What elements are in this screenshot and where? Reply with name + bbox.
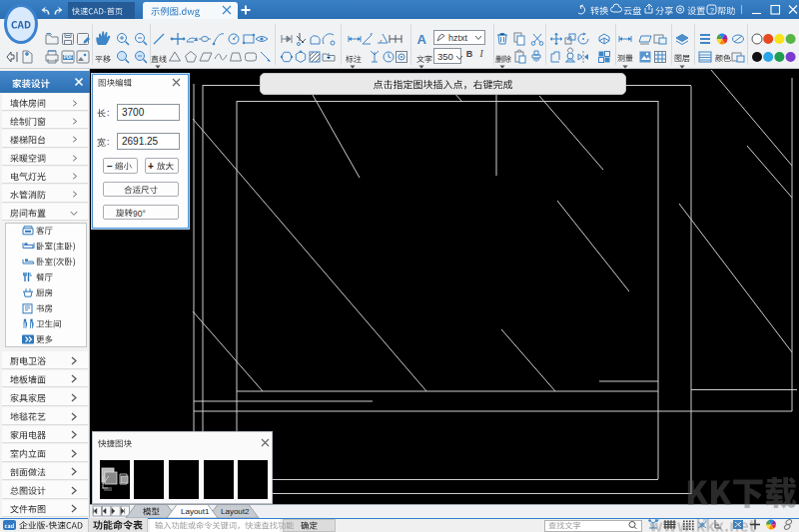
svg-text:A: A (417, 32, 427, 47)
svg-text:PDF: PDF (64, 55, 73, 60)
svg-text:?: ? (710, 6, 715, 15)
svg-text:N: N (703, 518, 707, 523)
